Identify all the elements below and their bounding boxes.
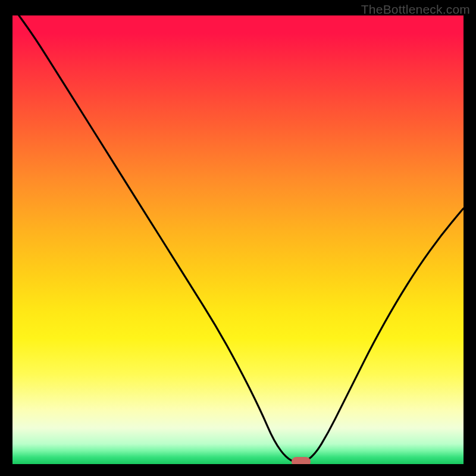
bottleneck-curve <box>12 15 464 464</box>
watermark-text: TheBottleneck.com <box>361 2 470 17</box>
plot-area <box>12 15 464 464</box>
chart-frame: TheBottleneck.com <box>0 0 476 476</box>
curve-path <box>12 15 464 462</box>
optimal-point-marker <box>292 457 311 464</box>
